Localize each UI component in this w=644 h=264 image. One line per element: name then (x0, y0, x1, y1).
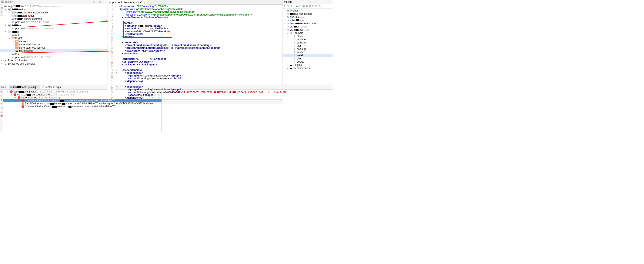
maven-title: Maven (284, 1, 292, 4)
editor-tab-label: pom.xml (tianwu-personal) (112, 1, 142, 4)
run-rerun-icon[interactable]: ↻ (1, 94, 2, 97)
tree-item[interactable]: mpom.xml 2023/5/11 11:31, 15.65 kB (0, 27, 107, 30)
editor-panel: m pom.xml (tianwu-personal) × 1234567891… (108, 0, 282, 85)
collapse-all-icon[interactable]: ⇱ (315, 5, 318, 8)
run-play-icon[interactable]: ▶ (1, 90, 2, 93)
line-gutter: 1234567891011121314151617181920212223242… (108, 5, 115, 99)
maven-tree-item[interactable]: ▸ma-basiodel (283, 19, 332, 22)
editor-tab-pom[interactable]: m pom.xml (tianwu-personal) × (108, 0, 147, 5)
add-icon[interactable]: + (294, 5, 295, 8)
run-tab-install[interactable]: m tiansohal [install] × (9, 85, 40, 89)
maven-tree-item[interactable]: ⚙verify (283, 51, 332, 54)
maven-tree-item[interactable]: ▾mwu-ponal (root) (283, 28, 332, 31)
tree-item[interactable]: ▾▬tw-perserverD:\desk\TWwork\tw-personal… (0, 5, 107, 8)
maven-tree-item[interactable]: ⚙install (283, 54, 332, 57)
maven-tree-item[interactable]: ▸▬Plugins (283, 63, 332, 66)
tree-item[interactable]: ▸▬tiabase-ahub-connection (0, 11, 107, 14)
maven-file-icon: m (109, 1, 112, 4)
skip-icon[interactable]: ⊘ (306, 5, 308, 8)
maven-toolbar: ⟳ 🗋 ⤓ + ▶ m ▤ ⊘ ⇵ ⬡ ⇱ ⚙ (283, 4, 332, 9)
tree-item[interactable]: mpom.xml 2023/5/11 9:19, 786 B (0, 21, 107, 24)
run-filter-icon[interactable]: ⏏ (0, 102, 2, 105)
tree-item[interactable]: ▸▬src (0, 33, 107, 36)
maven-tree-item[interactable]: ⚙compile (283, 41, 332, 44)
fold-marks[interactable]: ⌄⌄⌄●● (115, 5, 118, 99)
project-title: Project (4, 1, 12, 4)
editor-body[interactable]: 1234567891011121314151617181920212223242… (108, 5, 282, 99)
tree-item[interactable]: ▸◇Scratches and Consoles (0, 62, 107, 65)
run-stop-icon[interactable]: ■ (1, 98, 2, 101)
exec-icon[interactable]: ▤ (302, 5, 305, 8)
collapse-icon[interactable]: ÷ (96, 1, 98, 4)
run-title: Run: (1, 86, 6, 89)
run-row[interactable]: !Could not find artifact com.tian. ase-s… (3, 99, 162, 102)
maven-tree[interactable]: ▾⊞Profiles▸mhub-connection▸mase-libs (ro… (283, 9, 332, 85)
m-icon[interactable]: m (299, 5, 301, 8)
project-tree[interactable]: ▾▬tw-perserverD:\desk\TWwork\tw-personal… (0, 4, 107, 85)
tree-item[interactable]: ▸▬classes (0, 40, 107, 43)
run-row[interactable]: !The POM for com.tianianwu-ommon:jar:0.0… (3, 102, 162, 105)
maven-tree-item[interactable]: ▸mvu-baerver-common (283, 22, 332, 25)
close-tab-icon[interactable]: × (144, 1, 145, 4)
maven-tree-item[interactable]: ▸mase-libs (root) (283, 15, 332, 19)
maven-tree-item[interactable]: ⚙validate (283, 38, 332, 41)
maven-tree-item[interactable]: ⚙site (283, 57, 332, 60)
maven-tree-item[interactable]: ▸mwu-ent (root) (283, 25, 332, 28)
reload-icon[interactable]: ⟳ (284, 5, 286, 8)
maven-tree-item[interactable]: ▸mhub-connection (283, 12, 332, 15)
maven-tree-item[interactable]: ⚙clean (283, 35, 332, 38)
settings-icon[interactable]: ⚙ (318, 5, 321, 8)
maven-panel: Maven ⟳ 🗋 ⤓ + ▶ m ▤ ⊘ ⇵ ⬡ ⇱ ⚙ ▾⊞Profiles… (282, 0, 332, 85)
tree-item[interactable]: ▸▬generated-test-sources (0, 46, 107, 49)
tree-item[interactable]: ▸▬tiaa-server-common (0, 17, 107, 21)
project-header: ▣ Project ▾ ◎ ÷ ⚙ — (0, 0, 107, 4)
minimize-icon[interactable]: — (103, 1, 105, 4)
maven-tree-item[interactable]: ▸▬Dependencies (283, 66, 332, 70)
offline-icon[interactable]: ⇵ (309, 5, 311, 8)
side-tab-project[interactable]: 1:Project (0, 4, 4, 16)
run-pin-icon[interactable]: 📌 (0, 114, 3, 117)
run-icon[interactable]: ▶ (296, 5, 298, 8)
run-sidebar: ▶ ↻ ■ ⏏ ▤ ⊟ 📌 (0, 90, 3, 132)
tree-item[interactable]: ▸▬test (0, 52, 107, 56)
run-expand-icon[interactable]: ⊟ (1, 110, 2, 113)
graph-icon[interactable]: ⬡ (312, 5, 314, 8)
tree-item[interactable]: ▸▬generated-sources (0, 43, 107, 46)
tree-item[interactable]: ▾▬tiaent (0, 24, 107, 27)
target-icon[interactable]: ◎ (93, 1, 95, 4)
maven-tree-item[interactable]: ⚙package (283, 47, 332, 51)
maven-tree-item[interactable]: ⚙test (283, 44, 332, 47)
download-icon[interactable]: ⤓ (290, 5, 292, 8)
tree-item[interactable]: ▸▬test-classes (0, 49, 107, 52)
project-icon: ▣ (1, 1, 4, 4)
test-icon: ✓ (42, 86, 44, 89)
maven-icon: m (10, 86, 12, 89)
code-area[interactable]: <?xml version="1.0" encoding="UTF-8"?><p… (118, 5, 282, 99)
run-row[interactable]: !Could not find artifact co.wu.libs:tia … (3, 105, 162, 108)
close-icon[interactable]: × (37, 86, 38, 89)
project-panel: 1:Project ▣ Project ▾ ◎ ÷ ⚙ — ▾▬tw-perse… (0, 0, 108, 85)
tree-item[interactable]: ▸⊞External Libraries (0, 59, 107, 62)
tree-item[interactable]: ▾▬tiase-libs (0, 8, 107, 11)
editor-tabs: m pom.xml (tianwu-personal) × (108, 0, 282, 5)
maven-tree-item[interactable]: ▾⊡Lifecycle (283, 31, 332, 35)
run-tab-test[interactable]: ✓ Test.testLogin (41, 85, 62, 89)
tree-item[interactable]: ▸▬tiabamodel (0, 14, 107, 17)
maven-tree-item[interactable]: ⚙deploy (283, 60, 332, 63)
maven-tree-item[interactable]: ▾⊞Profiles (283, 9, 332, 12)
tree-item[interactable]: mpom.xml 2023/5/11 11:44, 6.66 kB (0, 56, 107, 59)
tree-item[interactable]: ▾▬target (0, 36, 107, 40)
gear-icon[interactable]: ⚙ (99, 1, 102, 4)
maven-header: Maven (283, 0, 332, 4)
tree-item[interactable]: ▾▬tial (0, 30, 107, 33)
run-layout-icon[interactable]: ▤ (0, 106, 2, 109)
generate-icon[interactable]: 🗋 (286, 5, 289, 8)
project-dropdown[interactable]: ▾ (12, 1, 14, 4)
